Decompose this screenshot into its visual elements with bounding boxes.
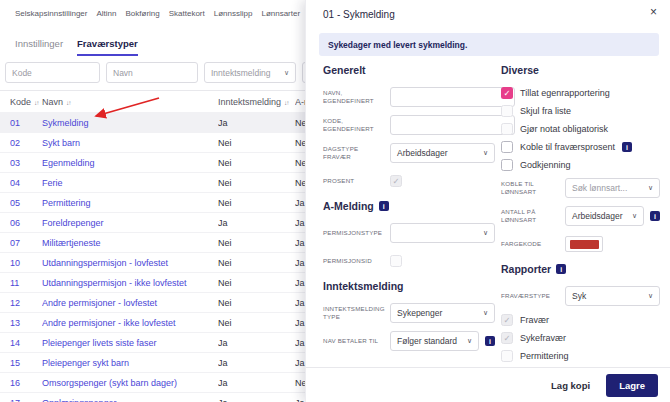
fargekode-swatch — [570, 240, 599, 249]
filter-inntektsmelding-select[interactable]: Inntektsmelding ∨ — [204, 62, 296, 83]
cell-kode[interactable]: 06 — [0, 218, 42, 228]
info-icon[interactable]: i — [622, 142, 632, 152]
cell-kode[interactable]: 10 — [0, 258, 42, 268]
info-icon[interactable]: i — [556, 264, 566, 274]
cell-kode[interactable]: 13 — [0, 318, 42, 328]
field-fargekode: FARGEKODE — [501, 234, 660, 254]
nav-item-skattekort[interactable]: Skattekort — [169, 9, 205, 18]
field-prosent: PROSENT ✓ — [323, 171, 495, 191]
kode-egendefinert-input[interactable] — [390, 115, 515, 135]
panel-body: Generelt NAVN, EGENDEFINERT KODE, EGENDE… — [323, 64, 660, 368]
info-icon[interactable]: i — [379, 201, 389, 211]
lag-kopi-button[interactable]: Lag kopi — [551, 380, 590, 391]
gjor-notat-obligatorisk-checkbox[interactable]: ✓ — [501, 123, 513, 135]
cell-kode[interactable]: 14 — [0, 338, 42, 348]
sort-icon[interactable]: ↓↑ — [66, 99, 71, 106]
cell-navn[interactable]: Utdanningspermisjon - lovfestet — [42, 258, 218, 268]
cell-kode[interactable]: 03 — [0, 158, 42, 168]
nav-betaler-til-select[interactable]: Følger standard ∨ — [390, 331, 479, 351]
cell-navn[interactable]: Sykmelding — [42, 118, 218, 128]
field-label: KOBLE TIL LØNNSART — [501, 180, 565, 197]
field-label: NAV BETALER TIL — [323, 337, 390, 345]
field-fravaerstype: FRAVÆRSTYPE Syk ∨ — [501, 286, 660, 306]
cell-navn[interactable]: Utdanningspermisjon - ikke lovfestet — [42, 278, 218, 288]
cell-navn[interactable]: Sykt barn — [42, 138, 218, 148]
cell-kode[interactable]: 17 — [0, 398, 42, 402]
permisjonsid-checkbox: ✓ — [390, 255, 402, 267]
checkbox-row-koble-til-fravaersprosent: ✓ Koble til fraværsprosent i — [501, 141, 660, 153]
inntektsmelding-type-select[interactable]: Sykepenger ∨ — [390, 303, 495, 323]
godkjenning-checkbox[interactable]: ✓ — [501, 159, 513, 171]
tab-innstillinger[interactable]: Innstillinger — [15, 38, 63, 56]
cell-innt: Ja — [218, 218, 295, 228]
checkbox-label: Sykefravær — [520, 333, 566, 343]
tillat-egenrapportering-checkbox[interactable]: ✓ — [501, 87, 513, 99]
top-navigation: Selskapsinnstillinger Altinn Bokføring S… — [15, 9, 315, 18]
cell-kode[interactable]: 07 — [0, 238, 42, 248]
field-label: ANTALL PÅ LØNNSART — [501, 208, 565, 225]
info-icon[interactable]: i — [485, 336, 495, 346]
checkbox-label: Skjul fra liste — [520, 106, 571, 116]
cell-navn[interactable]: Foreldrepenger — [42, 218, 218, 228]
field-permisjonstype: PERMISJONSTYPE ∨ — [323, 223, 495, 243]
field-inntektsmelding-type: INNTEKTSMELDING TYPE Sykepenger ∨ — [323, 303, 495, 323]
description-banner: Sykedager med levert sykmelding. — [319, 33, 659, 56]
cell-kode[interactable]: 15 — [0, 358, 42, 368]
fravaerstype-select[interactable]: Syk ∨ — [565, 286, 660, 306]
field-nav-betaler-til: NAV BETALER TIL Følger standard ∨ i — [323, 331, 495, 351]
info-icon[interactable]: i — [650, 211, 660, 221]
sort-icon[interactable]: ↓↑ — [34, 99, 39, 106]
sort-icon[interactable]: ↓↑ — [284, 99, 289, 106]
lagre-button[interactable]: Lagre — [606, 374, 658, 397]
antall-pa-lonnsart-select[interactable]: Arbeidsdager ∨ — [565, 206, 644, 226]
chevron-down-icon: ∨ — [648, 184, 653, 192]
cell-navn[interactable]: Andre permisjoner - ikke lovfestet — [42, 318, 218, 328]
cell-innt: Ja — [218, 118, 295, 128]
cell-navn[interactable]: Pleiepenger livets siste faser — [42, 338, 218, 348]
nav-item-lonnsslipp[interactable]: Lønnsslipp — [214, 9, 253, 18]
filter-navn-input[interactable] — [106, 62, 198, 83]
nav-item-selskapsinnstillinger[interactable]: Selskapsinnstillinger — [15, 9, 87, 18]
chevron-down-icon: ∨ — [284, 69, 289, 77]
cell-navn[interactable]: Militærtjeneste — [42, 238, 218, 248]
field-label: FARGEKODE — [501, 240, 565, 248]
koble-til-fravaersprosent-checkbox[interactable]: ✓ — [501, 141, 513, 153]
permisjonstype-select[interactable]: ∨ — [390, 223, 495, 243]
close-icon[interactable]: × — [650, 6, 657, 18]
filter-kode-input[interactable] — [5, 62, 100, 83]
header-kode[interactable]: Kode↓↑ — [0, 97, 42, 107]
skjul-fra-liste-checkbox[interactable]: ✓ — [501, 105, 513, 117]
cell-innt: Ja — [218, 338, 295, 348]
cell-navn[interactable]: Opplæringspenger — [42, 398, 218, 402]
cell-kode[interactable]: 05 — [0, 198, 42, 208]
fargekode-color-picker[interactable] — [565, 236, 603, 252]
koble-til-lonnsart-select[interactable]: Søk lønnsart... ∨ — [565, 178, 660, 198]
nav-item-altinn[interactable]: Altinn — [96, 9, 116, 18]
header-navn[interactable]: Navn↓↑ — [42, 97, 218, 107]
dagstype-fravaer-select[interactable]: Arbeidsdager ∨ — [390, 143, 495, 163]
cell-navn[interactable]: Pleiepenger sykt barn — [42, 358, 218, 368]
cell-kode[interactable]: 12 — [0, 298, 42, 308]
chevron-down-icon: ∨ — [648, 292, 653, 300]
cell-kode[interactable]: 02 — [0, 138, 42, 148]
nav-item-lonnsarter[interactable]: Lønnsarter — [261, 9, 300, 18]
cell-innt: Nei — [218, 278, 295, 288]
cell-innt: Nei — [218, 298, 295, 308]
checkbox-label: Koble til fraværsprosent — [520, 142, 615, 152]
cell-navn[interactable]: Ferie — [42, 178, 218, 188]
cell-navn[interactable]: Andre permisjoner - lovfestet — [42, 298, 218, 308]
tab-fravaerstyper[interactable]: Fraværstyper — [77, 38, 138, 56]
cell-kode[interactable]: 11 — [0, 278, 42, 288]
cell-kode[interactable]: 01 — [0, 118, 42, 128]
navn-egendefinert-input[interactable] — [390, 87, 515, 107]
field-label: PERMISJONSID — [323, 257, 390, 265]
cell-kode[interactable]: 04 — [0, 178, 42, 188]
nav-item-bokforing[interactable]: Bokføring — [126, 9, 160, 18]
cell-navn[interactable]: Egenmelding — [42, 158, 218, 168]
header-inntektsmelding[interactable]: Inntektsmelding↓↑ — [218, 97, 295, 107]
checkbox-label: Gjør notat obligatorisk — [520, 124, 608, 134]
cell-navn[interactable]: Omsorgspenger (sykt barn dager) — [42, 378, 218, 388]
cell-kode[interactable]: 16 — [0, 378, 42, 388]
koble-til-lonnsart-placeholder: Søk lønnsart... — [572, 183, 627, 193]
cell-navn[interactable]: Permittering — [42, 198, 218, 208]
